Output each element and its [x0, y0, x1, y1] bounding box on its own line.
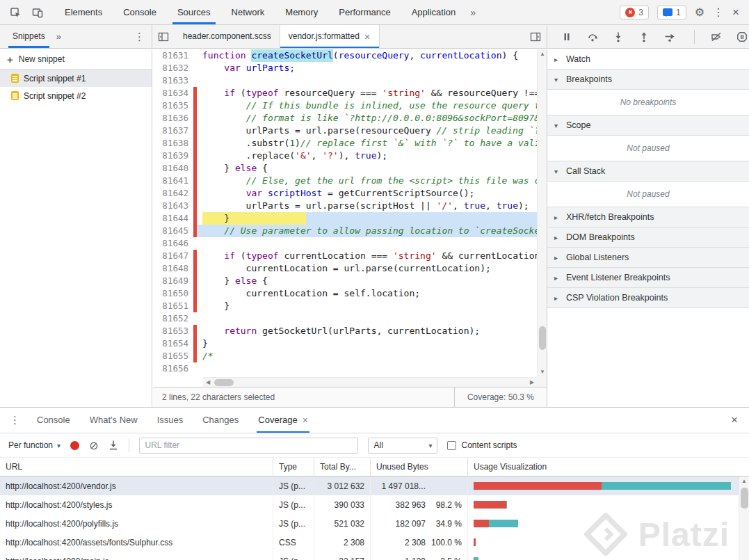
line-number[interactable]: 81647: [153, 250, 193, 262]
line-number[interactable]: 81651: [153, 300, 193, 312]
coverage-mode-select[interactable]: Per function ▾: [8, 440, 61, 450]
scroll-up-icon[interactable]: ▲: [538, 49, 547, 59]
line-number[interactable]: 81642: [153, 187, 193, 200]
scroll-down-icon[interactable]: ▼: [538, 367, 547, 377]
source-editor[interactable]: 81631function createSocketUrl(resourceQu…: [153, 49, 547, 387]
column-header-usage-visualization[interactable]: Usage Visualization: [468, 458, 749, 476]
tab-performance[interactable]: Performance: [334, 0, 395, 24]
line-number[interactable]: 81636: [153, 112, 193, 125]
content-scripts-checkbox[interactable]: Content scripts: [447, 440, 517, 450]
code-line[interactable]: 81641 // Else, get the url from the <scr…: [153, 175, 537, 187]
step-into-icon[interactable]: [613, 31, 624, 42]
table-row[interactable]: http://localhost:4200/vendor.jsJS (p...3…: [0, 477, 749, 495]
line-number[interactable]: 81643: [153, 200, 193, 212]
drawer-tab-console[interactable]: Console: [35, 408, 72, 433]
vertical-scroll-thumb[interactable]: [539, 326, 546, 350]
close-tab-icon[interactable]: ×: [364, 25, 371, 48]
code-line[interactable]: 81648 currentLocation = url.parse(curren…: [153, 262, 537, 275]
tab-memory[interactable]: Memory: [280, 0, 323, 24]
navigator-more-tabs-icon[interactable]: »: [56, 31, 61, 42]
code-line[interactable]: 81633: [153, 74, 537, 87]
close-drawer-icon[interactable]: ×: [731, 413, 749, 427]
drawer-tab-what-s-new[interactable]: What's New: [88, 408, 139, 433]
line-number[interactable]: 81639: [153, 150, 193, 162]
section-global-listeners[interactable]: ▸Global Listeners: [547, 248, 749, 268]
section-watch[interactable]: ▸Watch: [547, 49, 749, 70]
code-line[interactable]: 81642 var scriptHost = getCurrentScriptS…: [153, 187, 537, 200]
line-number[interactable]: 81634: [153, 87, 193, 99]
pause-on-exceptions-icon[interactable]: [736, 31, 748, 42]
column-header-unused-bytes[interactable]: Unused Bytes: [371, 458, 468, 476]
line-number[interactable]: 81645: [153, 225, 193, 237]
editor-horizontal-scrollbar[interactable]: ◀ ▶: [203, 377, 537, 387]
drawer-scroll-thumb[interactable]: [741, 488, 748, 509]
drawer-scrollbar[interactable]: ▲: [739, 477, 749, 560]
settings-gear-icon[interactable]: ⚙: [695, 7, 704, 18]
inspect-element-icon[interactable]: [10, 7, 21, 18]
code-line[interactable]: 81635 // If this bundle is inlined, use …: [153, 99, 537, 112]
code-line[interactable]: 81644 }: [153, 212, 537, 225]
code-line[interactable]: 81649 } else {: [153, 275, 537, 287]
section-csp-violation-breakpoints[interactable]: ▸CSP Violation Breakpoints: [547, 288, 749, 308]
code-line[interactable]: 81640 } else {: [153, 162, 537, 175]
column-header-total-by[interactable]: Total By...: [314, 458, 371, 476]
line-number[interactable]: 81653: [153, 325, 193, 337]
record-coverage-button[interactable]: [70, 441, 79, 450]
tab-snippets[interactable]: Snippets: [8, 25, 49, 48]
toggle-debugger-panel-icon[interactable]: [524, 31, 547, 42]
line-number[interactable]: 81644: [153, 212, 193, 225]
line-number[interactable]: 81631: [153, 49, 193, 62]
coverage-status[interactable]: Coverage: 50.3 %: [454, 387, 547, 407]
code-line[interactable]: 81639 .replace('&', '?'), true);: [153, 150, 537, 162]
line-number[interactable]: 81652: [153, 312, 193, 325]
toggle-navigator-panel-icon[interactable]: [152, 31, 175, 42]
line-number[interactable]: 81638: [153, 137, 193, 150]
line-number[interactable]: 81635: [153, 99, 193, 112]
tab-sources[interactable]: Sources: [172, 0, 216, 24]
line-number[interactable]: 81650: [153, 287, 193, 300]
code-line[interactable]: 81638 .substr(1)// replace first `&` wit…: [153, 137, 537, 150]
table-row[interactable]: http://localhost:4200/polyfills.jsJS (p.…: [0, 514, 749, 533]
code-line[interactable]: 81631function createSocketUrl(resourceQu…: [153, 49, 537, 62]
horizontal-scroll-thumb[interactable]: [214, 379, 234, 386]
step-icon[interactable]: [664, 31, 675, 42]
line-number[interactable]: 81654: [153, 337, 193, 350]
pause-script-icon[interactable]: [561, 31, 572, 42]
scroll-right-icon[interactable]: ▶: [527, 378, 537, 387]
code-line[interactable]: 81647 if (typeof currentLocation === 'st…: [153, 250, 537, 262]
editor-tab-vendor-js-formatted[interactable]: vendor.js:formatted×: [280, 25, 380, 48]
section-xhr-fetch-breakpoints[interactable]: ▸XHR/fetch Breakpoints: [547, 207, 749, 227]
drawer-tab-changes[interactable]: Changes: [201, 408, 240, 433]
code-line[interactable]: 81650 currentLocation = self.location;: [153, 287, 537, 300]
code-line[interactable]: 81645 // Use parameter to allow passing …: [153, 225, 537, 237]
tab-elements[interactable]: Elements: [60, 0, 107, 24]
code-line[interactable]: 81656: [153, 362, 537, 375]
code-line[interactable]: 81653 return getSocketUrl(urlParts, curr…: [153, 325, 537, 337]
table-row[interactable]: http://localhost:4200/main.jsJS (p...32 …: [0, 552, 749, 560]
line-number[interactable]: 81641: [153, 175, 193, 187]
section-scope[interactable]: ▾Scope: [547, 115, 749, 136]
line-number[interactable]: 81633: [153, 74, 193, 87]
section-breakpoints[interactable]: ▾Breakpoints: [547, 70, 749, 90]
clear-coverage-icon[interactable]: ⊘: [89, 439, 98, 452]
column-header-type[interactable]: Type: [273, 458, 314, 476]
step-out-icon[interactable]: [638, 31, 650, 42]
snippet-item[interactable]: Script snippet #1: [0, 70, 152, 87]
editor-tab-header-component-scss[interactable]: header.component.scss: [175, 25, 280, 48]
code-line[interactable]: 81634 if (typeof resourceQuery === 'stri…: [153, 87, 537, 99]
device-toolbar-icon[interactable]: [32, 7, 43, 18]
tab-application[interactable]: Application: [407, 0, 461, 24]
line-number[interactable]: 81637: [153, 125, 193, 137]
new-snippet-button[interactable]: + New snippet: [0, 49, 152, 70]
table-row[interactable]: http://localhost:4200/assets/fonts/Sulph…: [0, 533, 749, 552]
line-number[interactable]: 81655: [153, 350, 193, 362]
code-line[interactable]: 81646: [153, 237, 537, 250]
step-over-icon[interactable]: [587, 31, 598, 42]
code-line[interactable]: 81652: [153, 312, 537, 325]
code-line[interactable]: 81636 // format is like `?http://0.0.0.0…: [153, 112, 537, 125]
close-tab-icon[interactable]: ×: [303, 408, 308, 433]
line-number[interactable]: 81656: [153, 362, 193, 375]
line-number[interactable]: 81632: [153, 62, 193, 74]
code-line[interactable]: 81651 }: [153, 300, 537, 312]
section-call-stack[interactable]: ▾Call Stack: [547, 161, 749, 182]
